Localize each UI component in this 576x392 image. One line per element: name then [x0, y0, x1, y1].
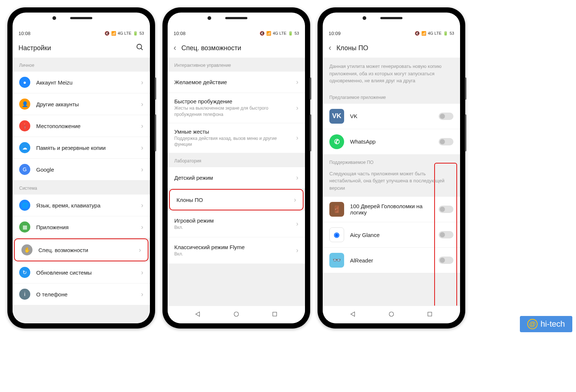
toggle-switch[interactable]: [439, 138, 453, 145]
settings-row[interactable]: i О телефоне ›: [13, 283, 150, 305]
app-clone-list[interactable]: Данная утилита может генерировать новую …: [323, 58, 460, 306]
row-icon: ●: [19, 77, 30, 88]
settings-row[interactable]: Игровой режим Вкл. ›: [168, 211, 305, 237]
section-header: Система: [13, 180, 150, 195]
settings-row[interactable]: ▦ Приложения ›: [13, 216, 150, 238]
battery-level: 53: [450, 31, 454, 35]
svg-line-1: [141, 48, 143, 50]
network-label: 4G LTE: [428, 31, 442, 35]
chevron-right-icon: ›: [296, 78, 298, 86]
settings-row[interactable]: Умные жесты Поддержка действия назад, вы…: [168, 123, 305, 154]
nav-back-icon[interactable]: [350, 311, 356, 319]
phone-mockup-3: 10:09 🔇 📶 4G LTE 🔋 53 ‹ Клоны ПО Данная …: [318, 7, 465, 329]
app-row[interactable]: 👓 AlReader: [323, 248, 460, 273]
status-time: 10:08: [18, 31, 31, 36]
settings-row[interactable]: 🌐 Язык, время, клавиатура ›: [13, 195, 150, 216]
app-label: AlReader: [350, 257, 433, 264]
chevron-right-icon: ›: [141, 79, 143, 86]
settings-list[interactable]: Интерактивное управление Желаемое действ…: [168, 58, 305, 306]
row-label: Аккаунт Meizu: [36, 79, 135, 86]
svg-rect-4: [273, 312, 277, 316]
toggle-switch[interactable]: [439, 231, 453, 238]
row-label: Классический режим Flyme: [174, 244, 290, 250]
phone-mockup-1: 10:08 🔇 📶 4G LTE 🔋 53 Настройки Личное ●…: [7, 7, 155, 329]
chevron-right-icon: ›: [141, 144, 143, 152]
row-label: О телефоне: [36, 291, 135, 298]
nav-recent-icon[interactable]: [271, 311, 278, 319]
nav-back-icon[interactable]: [195, 311, 201, 319]
settings-row[interactable]: Детский режим ›: [168, 167, 305, 189]
nav-bar: [168, 306, 305, 323]
row-label: Спец. возможности: [38, 247, 133, 253]
chevron-right-icon: ›: [296, 134, 298, 142]
chevron-right-icon: ›: [141, 202, 143, 209]
app-icon: ✆: [329, 134, 344, 149]
svg-rect-7: [428, 312, 432, 316]
row-icon: 🌐: [19, 200, 30, 211]
battery-icon: 🔋: [288, 31, 293, 36]
front-camera: [363, 16, 366, 20]
settings-row[interactable]: ☁ Память и резервные копии ›: [13, 137, 150, 159]
row-icon: 👤: [19, 99, 30, 110]
settings-row[interactable]: Желаемое действие ›: [168, 72, 305, 93]
chevron-right-icon: ›: [296, 220, 298, 228]
toggle-switch[interactable]: [439, 206, 453, 213]
settings-row[interactable]: G Google ›: [13, 159, 150, 180]
row-icon: i: [19, 289, 30, 300]
section-header: Предлагаемое приложение: [323, 90, 460, 104]
settings-list[interactable]: Личное ● Аккаунт Meizu › 👤 Другие аккаун…: [13, 58, 150, 323]
back-icon[interactable]: ‹: [329, 43, 331, 53]
signal-icon: 📶: [111, 31, 116, 36]
nav-home-icon[interactable]: [233, 311, 240, 319]
app-row[interactable]: VK VK: [323, 104, 460, 129]
earpiece: [380, 17, 402, 19]
network-label: 4G LTE: [273, 31, 287, 35]
earpiece: [225, 17, 247, 19]
row-label: Приложения: [36, 224, 135, 230]
power-button: [310, 78, 311, 100]
settings-row[interactable]: Клоны ПО ›: [169, 189, 304, 210]
app-row[interactable]: ✆ WhatsApp: [323, 129, 460, 155]
settings-row[interactable]: Быстрое пробуждение Жесты на выключенном…: [168, 93, 305, 123]
app-label: 100 Дверей Головоломки на логику: [350, 203, 433, 216]
nav-home-icon[interactable]: [388, 311, 395, 319]
settings-row[interactable]: Классический режим Flyme Вкл. ›: [168, 237, 305, 264]
app-row[interactable]: 🚪 100 Дверей Головоломки на логику: [323, 197, 460, 222]
row-label: Другие аккаунты: [36, 101, 135, 107]
settings-row[interactable]: ✋ Спец. возможности ›: [14, 238, 148, 261]
row-subtitle: Вкл.: [174, 251, 290, 257]
settings-row[interactable]: ● Аккаунт Meizu ›: [13, 72, 150, 93]
status-bar: 10:08 🔇 📶 4G LTE 🔋 53: [168, 28, 305, 38]
search-icon[interactable]: [136, 43, 144, 53]
signal-icon: 📶: [266, 31, 271, 36]
app-label: VK: [350, 113, 433, 119]
chevron-right-icon: ›: [141, 223, 143, 231]
back-icon[interactable]: ‹: [174, 43, 176, 53]
earpiece: [70, 17, 92, 19]
row-label: Клоны ПО: [176, 197, 288, 203]
toggle-switch[interactable]: [439, 113, 453, 120]
svg-point-6: [389, 312, 394, 316]
screen-header: Настройки: [13, 38, 150, 58]
svg-point-0: [137, 44, 142, 49]
row-label: Быстрое пробуждение: [174, 98, 290, 104]
settings-row[interactable]: ↻ Обновление системы ›: [13, 262, 150, 283]
battery-icon: 🔋: [133, 31, 138, 36]
row-icon: G: [19, 164, 30, 175]
intro-text: Данная утилита может генерировать новую …: [323, 58, 460, 90]
row-icon: 📍: [19, 120, 30, 131]
settings-row[interactable]: 👤 Другие аккаунты ›: [13, 93, 150, 115]
nav-recent-icon[interactable]: [426, 311, 433, 319]
at-icon: @: [527, 319, 538, 329]
watermark-text: hi-tech: [541, 319, 565, 329]
row-label: Местоположение: [36, 123, 135, 129]
chevron-right-icon: ›: [141, 269, 143, 276]
app-icon: 👓: [329, 253, 344, 268]
screen-header: ‹ Спец. возможности: [168, 38, 305, 58]
toggle-switch[interactable]: [439, 257, 453, 264]
settings-row[interactable]: 📍 Местоположение ›: [13, 115, 150, 137]
phone-mockup-2: 10:08 🔇 📶 4G LTE 🔋 53 ‹ Спец. возможност…: [162, 7, 310, 329]
chevron-right-icon: ›: [296, 247, 298, 254]
page-title: Спец. возможности: [181, 44, 299, 52]
app-row[interactable]: ◉ Aicy Glance: [323, 222, 460, 248]
